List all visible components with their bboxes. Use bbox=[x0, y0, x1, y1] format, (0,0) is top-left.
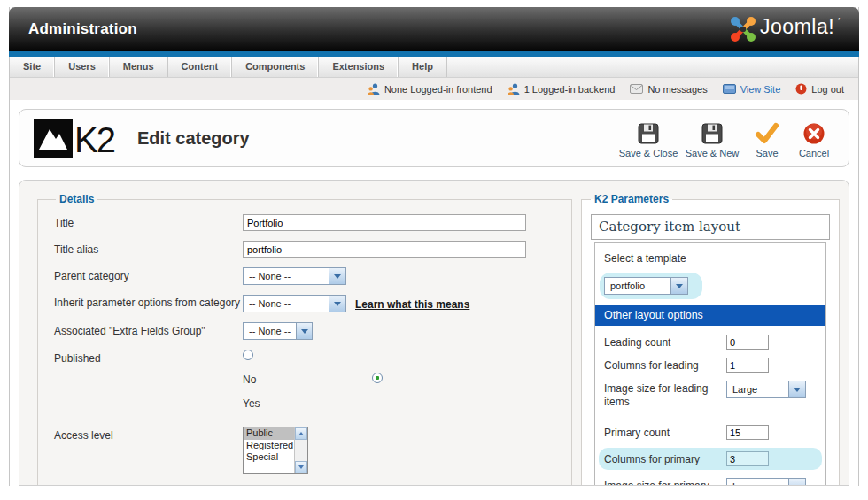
select-template-label: Select a template bbox=[604, 252, 817, 265]
title-input[interactable] bbox=[243, 214, 526, 231]
leading-count-row: Leading count bbox=[604, 335, 817, 350]
status-frontend: None Logged-in frontend bbox=[368, 83, 492, 95]
inherit-params-select[interactable]: -- None -- bbox=[243, 295, 346, 312]
leading-count-input[interactable] bbox=[726, 335, 769, 350]
primary-count-label: Primary count bbox=[604, 425, 726, 440]
menu-users[interactable]: Users bbox=[55, 57, 110, 77]
image-size-leading-label: Image size for leading items bbox=[604, 381, 726, 409]
image-size-primary-row: Image size for primary items Large bbox=[604, 478, 817, 486]
menu-menus[interactable]: Menus bbox=[110, 57, 168, 77]
chevron-down-icon[interactable] bbox=[788, 479, 805, 486]
scroll-down-icon[interactable] bbox=[295, 461, 307, 473]
extra-fields-select[interactable]: -- None -- bbox=[243, 322, 313, 340]
status-messages[interactable]: No messages bbox=[630, 84, 707, 95]
columns-leading-label: Columns for leading bbox=[604, 358, 726, 373]
access-level-label: Access level bbox=[54, 427, 243, 442]
status-bar: None Logged-in frontend 1 Logged-in back… bbox=[10, 78, 858, 100]
admin-title: Administration bbox=[28, 20, 137, 38]
parent-category-row: Parent category -- None -- bbox=[54, 267, 571, 285]
user-frontend-icon bbox=[368, 83, 380, 95]
primary-count-row: Primary count bbox=[604, 425, 817, 440]
joomla-trademark: ′ bbox=[838, 17, 840, 27]
title-alias-label: Title alias bbox=[54, 241, 243, 256]
columns-leading-row: Columns for leading bbox=[604, 358, 817, 373]
parent-category-select[interactable]: -- None -- bbox=[243, 267, 346, 285]
access-option-public[interactable]: Public bbox=[244, 427, 294, 440]
parent-category-label: Parent category bbox=[54, 267, 243, 282]
admin-menubar: Site Users Menus Content Components Exte… bbox=[10, 57, 858, 78]
template-select[interactable]: portfolio bbox=[604, 277, 688, 295]
menu-site[interactable]: Site bbox=[10, 57, 55, 77]
image-size-leading-select[interactable]: Large bbox=[726, 381, 806, 398]
floppy-disk-icon bbox=[701, 122, 724, 145]
chevron-down-icon[interactable] bbox=[329, 296, 345, 312]
extra-fields-label: Associated "Extra Fields Group" bbox=[54, 322, 243, 337]
save-new-button[interactable]: Save & New bbox=[680, 119, 744, 158]
published-row: Published No Yes bbox=[54, 350, 571, 421]
k2-wordmark: K2 bbox=[74, 122, 114, 158]
access-option-registered[interactable]: Registered bbox=[244, 440, 294, 452]
k2-mountain-icon bbox=[34, 119, 73, 158]
user-backend-icon bbox=[508, 83, 520, 95]
chevron-down-icon[interactable] bbox=[788, 381, 805, 397]
columns-leading-input[interactable] bbox=[726, 358, 769, 373]
columns-primary-input[interactable] bbox=[726, 451, 769, 466]
template-highlight: portfolio bbox=[600, 273, 702, 299]
listbox-scrollbar[interactable] bbox=[294, 427, 307, 473]
columns-primary-row: Columns for primary bbox=[599, 448, 822, 470]
layout-params-pane: Select a template portfolio Other layout… bbox=[594, 242, 826, 486]
status-logout[interactable]: Log out bbox=[795, 83, 844, 95]
published-yes-label: Yes bbox=[243, 397, 508, 421]
menu-extensions[interactable]: Extensions bbox=[319, 57, 399, 77]
k2-parameters-legend: K2 Parameters bbox=[591, 193, 672, 205]
title-alias-input[interactable] bbox=[243, 241, 526, 258]
admin-header: Administration Joomla! ′ bbox=[9, 7, 859, 51]
monitor-icon bbox=[723, 84, 736, 94]
leading-count-label: Leading count bbox=[604, 335, 726, 350]
primary-count-input[interactable] bbox=[726, 425, 769, 440]
status-view-site[interactable]: View Site bbox=[723, 84, 781, 95]
joomla-x-icon bbox=[730, 15, 756, 43]
cancel-button[interactable]: Cancel bbox=[790, 119, 838, 158]
page-title: Edit category bbox=[137, 128, 250, 149]
image-size-primary-label: Image size for primary items bbox=[604, 478, 726, 486]
published-no-radio[interactable] bbox=[243, 350, 253, 360]
joomla-wordmark: Joomla! bbox=[760, 15, 834, 39]
cancel-circle-icon bbox=[802, 122, 825, 145]
menu-components[interactable]: Components bbox=[232, 57, 319, 77]
k2-logo: K2 bbox=[34, 119, 114, 158]
floppy-disk-icon bbox=[637, 122, 660, 145]
edit-category-form: Details Title Title alias Parent categor… bbox=[19, 180, 849, 486]
title-row: Title bbox=[54, 214, 571, 231]
check-icon bbox=[755, 122, 779, 145]
k2-parameters-fieldset: K2 Parameters Category item layout Selec… bbox=[581, 193, 840, 486]
image-size-leading-row: Image size for leading items Large bbox=[604, 381, 817, 409]
image-size-primary-select[interactable]: Large bbox=[726, 478, 806, 486]
toolbar-buttons: Save & Close Save & New bbox=[616, 119, 838, 158]
access-level-listbox[interactable]: Public Registered Special bbox=[243, 427, 308, 474]
title-label: Title bbox=[54, 214, 243, 229]
chevron-down-icon[interactable] bbox=[296, 323, 312, 339]
admin-body: K2 Edit category Save & Close bbox=[10, 100, 858, 486]
section-category-item-layout[interactable]: Category item layout bbox=[591, 214, 830, 240]
details-fieldset: Details Title Title alias Parent categor… bbox=[37, 193, 572, 486]
details-legend: Details bbox=[56, 193, 97, 205]
title-alias-row: Title alias bbox=[54, 241, 571, 258]
other-layout-options-header[interactable]: Other layout options bbox=[595, 305, 825, 326]
save-close-button[interactable]: Save & Close bbox=[616, 119, 680, 158]
learn-link[interactable]: Learn what this means bbox=[355, 295, 469, 311]
toolbar: K2 Edit category Save & Close bbox=[19, 109, 849, 167]
scroll-up-icon[interactable] bbox=[295, 427, 307, 440]
published-yes-radio[interactable] bbox=[372, 373, 383, 383]
access-option-special[interactable]: Special bbox=[244, 451, 294, 464]
status-backend: 1 Logged-in backend bbox=[508, 83, 616, 95]
menu-content[interactable]: Content bbox=[168, 57, 233, 77]
chevron-down-icon[interactable] bbox=[329, 268, 345, 284]
save-button[interactable]: Save bbox=[744, 119, 790, 158]
menu-help[interactable]: Help bbox=[399, 57, 447, 77]
joomla-logo: Joomla! ′ bbox=[730, 15, 840, 43]
logout-icon bbox=[795, 83, 807, 95]
chevron-down-icon[interactable] bbox=[670, 278, 687, 294]
admin-page: Administration Joomla! ′ Site bbox=[9, 7, 859, 486]
extra-fields-row: Associated "Extra Fields Group" -- None … bbox=[54, 322, 571, 340]
